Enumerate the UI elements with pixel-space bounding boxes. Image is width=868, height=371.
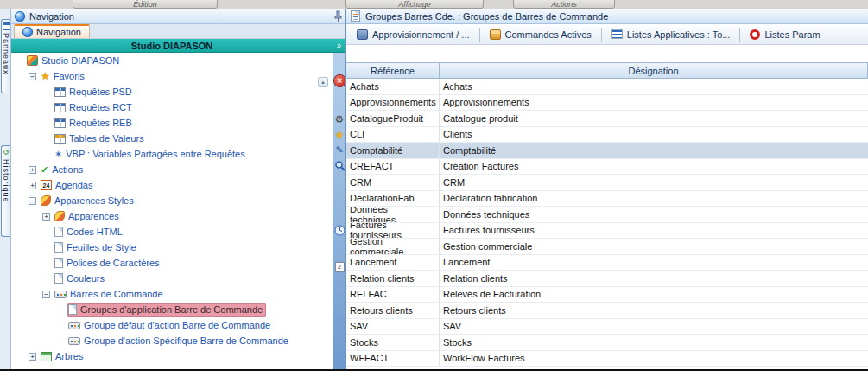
history-clock-icon[interactable]	[334, 225, 345, 236]
tree-item[interactable]: −Apparences Styles	[11, 193, 333, 208]
tree-node[interactable]: Studio DIAPASON	[26, 54, 123, 67]
tree-node[interactable]: Apparences Styles	[40, 194, 137, 208]
tree-item[interactable]: Studio DIAPASON	[11, 53, 333, 68]
tree-item[interactable]: Groupes d'application Barre de Commande	[11, 302, 333, 317]
calendar-icon[interactable]: 2	[335, 262, 345, 272]
table-row[interactable]: CRMCRM	[346, 175, 868, 191]
column-header-reference[interactable]: Référence	[346, 62, 440, 79]
table-row[interactable]: RELFACRelevés de Facturation	[346, 287, 868, 304]
tree-node[interactable]: Groupes d'application Barre de Commande	[67, 303, 266, 317]
tree-item[interactable]: +✔Actions	[11, 162, 333, 177]
tree-node[interactable]: Arbres	[40, 349, 86, 363]
tree-node[interactable]: Couleurs	[54, 272, 108, 285]
toolbar-button-label: Commandes Actives	[505, 29, 592, 40]
tree-item[interactable]: Groupe d'action Spécifique Barre de Comm…	[11, 333, 333, 349]
tree-item[interactable]: +Apparences	[11, 208, 333, 224]
tree-item[interactable]: Polices de Caractères	[11, 255, 333, 271]
menu-edition[interactable]: Édition	[73, 0, 218, 9]
menu-actions[interactable]: Actions	[513, 0, 615, 9]
tree-node[interactable]: ✶VBP : Variables Partagées entre Requête…	[54, 147, 249, 161]
side-tab-historique[interactable]: ↺ Historique	[1, 145, 10, 237]
tree-node[interactable]: Requêtes RCT	[54, 100, 136, 114]
tree-node[interactable]: 24Agendas	[40, 178, 96, 192]
tree-node[interactable]: ✔Actions	[40, 163, 86, 176]
cell-designation: Lancement	[440, 255, 868, 271]
tree-node[interactable]: Apparences	[54, 209, 123, 223]
tree-node[interactable]: Polices de Caractères	[54, 256, 163, 270]
toolbar-button[interactable]: Listes Param	[744, 28, 825, 42]
table-row[interactable]: Données techniquesDonnées techniques	[346, 207, 868, 223]
table-row[interactable]: Factures fournisseursFactures fournisseu…	[346, 223, 868, 240]
collapse-button[interactable]: »	[333, 39, 345, 53]
tree-node[interactable]: Tables de Valeurs	[54, 131, 148, 145]
table-row[interactable]: StocksStocks	[346, 335, 868, 351]
tree-item[interactable]: ✶VBP : Variables Partagées entre Requête…	[11, 146, 333, 162]
menu-affichage[interactable]: Affichage	[345, 0, 484, 9]
scroll-up-button[interactable]: ▲	[318, 77, 328, 87]
table-row[interactable]: ApprovisionnementsApprovisionnements	[346, 95, 868, 112]
tree-node[interactable]: Codes HTML	[54, 225, 126, 239]
expand-icon[interactable]: +	[42, 213, 50, 221]
favorite-star-icon[interactable]: ★	[335, 130, 345, 140]
tree-node[interactable]: Feuilles de Style	[54, 240, 140, 254]
table-row[interactable]: Retours clientsRetours clients	[346, 303, 868, 319]
tree-item[interactable]: +Arbres	[11, 349, 333, 364]
table-row[interactable]: Relation clientsRelation clients	[346, 271, 868, 287]
tree-node[interactable]: Barres de Commande	[54, 287, 167, 301]
cell-reference: Achats	[346, 79, 440, 94]
table-row[interactable]: CLIClients	[346, 127, 868, 144]
tree-node[interactable]: Groupe défaut d'action Barre de Commande	[67, 318, 274, 332]
tab-navigation[interactable]: Navigation	[14, 24, 90, 38]
tree-item[interactable]: −★Favoris	[11, 68, 333, 84]
table-row[interactable]: CREFACTCréation Factures	[346, 159, 868, 176]
table-row[interactable]: LancementLancement	[346, 255, 868, 272]
tree-item[interactable]: Codes HTML	[11, 224, 333, 240]
tree-node[interactable]: Requêtes PSD	[54, 85, 136, 99]
page-icon	[54, 227, 63, 237]
tree-item[interactable]: −Barres de Commande	[11, 286, 333, 302]
expand-icon[interactable]: +	[29, 353, 36, 361]
tree-item[interactable]: Tables de Valeurs	[11, 131, 333, 146]
tree-item[interactable]: Requêtes REB	[11, 115, 333, 131]
table-row[interactable]: Gestion commercialeGestion commerciale	[346, 239, 868, 255]
tree-item[interactable]: Couleurs	[11, 271, 333, 286]
tree-item[interactable]: Groupe défaut d'action Barre de Commande	[11, 317, 333, 333]
tree-item-label: Barres de Commande	[70, 289, 163, 299]
cell-designation: Catalogue produit	[440, 111, 868, 126]
toolbar-button[interactable]: Approvisionnement / ...	[352, 28, 475, 42]
query-icon	[54, 87, 66, 97]
column-header-designation[interactable]: Désignation	[440, 62, 868, 79]
expand-icon[interactable]: +	[29, 182, 36, 189]
tree-item-label: Groupe d'action Spécifique Barre de Comm…	[84, 336, 288, 346]
table-row[interactable]: AchatsAchats	[346, 79, 868, 95]
side-tab-panneaux[interactable]: Panneaux	[1, 19, 10, 93]
tree-item[interactable]: Feuilles de Style	[11, 240, 333, 255]
table-row[interactable]: ComptabilitéComptabilité	[346, 143, 868, 159]
expand-icon[interactable]: +	[29, 166, 36, 174]
tree-node[interactable]: Requêtes REB	[54, 116, 136, 130]
tree-item-label: Couleurs	[67, 273, 105, 284]
collapse-icon[interactable]: −	[29, 197, 36, 205]
page-icon	[54, 273, 63, 284]
edit-icon[interactable]: ✎	[335, 145, 343, 155]
table-row[interactable]: WFFACTWorkFlow Factures	[346, 351, 868, 368]
tree-header: Studio DIAPASON	[11, 39, 333, 53]
collapse-icon[interactable]: −	[29, 73, 36, 80]
table-row[interactable]: SAVSAV	[346, 319, 868, 336]
toolbar-button[interactable]: Listes Applicatives : To...	[606, 28, 736, 42]
toolbar-button[interactable]: Commandes Actives	[485, 28, 597, 42]
pin-icon[interactable]	[334, 10, 342, 22]
tree-node[interactable]: ★Favoris	[40, 69, 88, 83]
table-row[interactable]: CatalogueProduitCatalogue produit	[346, 111, 868, 127]
search-icon[interactable]	[334, 160, 345, 171]
tree-item-label: Codes HTML	[67, 227, 123, 237]
tree-item[interactable]: Requêtes PSD	[11, 84, 333, 99]
cell-designation: Retours clients	[440, 303, 868, 318]
collapse-icon[interactable]: −	[42, 291, 50, 298]
tree-item[interactable]: Requêtes RCT	[11, 99, 333, 115]
tree-item[interactable]: +24Agendas	[11, 177, 333, 193]
tree-node[interactable]: Groupe d'action Spécifique Barre de Comm…	[67, 334, 292, 348]
gear-icon[interactable]: ⚙	[335, 114, 345, 125]
close-icon[interactable]: ✕	[334, 75, 345, 86]
table-row[interactable]: DéclarationFabDéclaration fabrication	[346, 191, 868, 208]
